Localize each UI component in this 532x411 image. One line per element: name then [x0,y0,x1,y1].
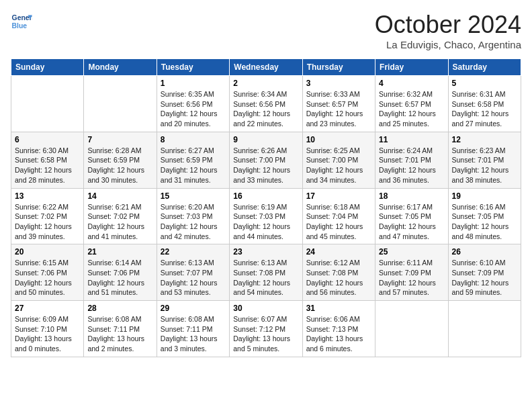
day-content: Sunrise: 6:10 AM Sunset: 7:09 PM Dayligh… [452,258,517,298]
calendar-cell: 15Sunrise: 6:20 AM Sunset: 7:03 PM Dayli… [157,188,229,244]
day-number: 17 [306,191,371,201]
day-content: Sunrise: 6:22 AM Sunset: 7:02 PM Dayligh… [15,202,80,242]
logo: General Blue [11,11,32,32]
title-block: October 2024 La Eduvigis, Chaco, Argenti… [375,11,521,50]
day-content: Sunrise: 6:12 AM Sunset: 7:08 PM Dayligh… [306,258,371,298]
day-number: 26 [452,247,517,257]
day-number: 22 [161,247,226,257]
calendar-week-row: 27Sunrise: 6:09 AM Sunset: 7:10 PM Dayli… [11,301,521,357]
day-number: 14 [87,191,152,201]
calendar-cell: 17Sunrise: 6:18 AM Sunset: 7:04 PM Dayli… [302,188,375,244]
day-content: Sunrise: 6:06 AM Sunset: 7:13 PM Dayligh… [306,314,371,354]
day-number: 8 [161,135,226,144]
calendar-cell: 18Sunrise: 6:17 AM Sunset: 7:05 PM Dayli… [375,188,448,244]
calendar-cell: 7Sunrise: 6:28 AM Sunset: 6:59 PM Daylig… [84,132,157,188]
weekday-header-cell: Tuesday [157,59,229,76]
calendar-cell [448,301,521,357]
weekday-header-cell: Saturday [448,59,521,76]
day-number: 16 [233,191,298,201]
day-content: Sunrise: 6:14 AM Sunset: 7:06 PM Dayligh… [87,258,152,298]
weekday-header-cell: Friday [375,59,448,76]
day-number: 24 [306,247,371,257]
calendar-cell: 13Sunrise: 6:22 AM Sunset: 7:02 PM Dayli… [11,188,84,244]
calendar-cell: 24Sunrise: 6:12 AM Sunset: 7:08 PM Dayli… [302,244,375,301]
day-content: Sunrise: 6:23 AM Sunset: 7:01 PM Dayligh… [452,146,517,185]
calendar-week-row: 6Sunrise: 6:30 AM Sunset: 6:58 PM Daylig… [11,132,521,188]
day-content: Sunrise: 6:13 AM Sunset: 7:08 PM Dayligh… [233,258,298,298]
calendar-cell: 11Sunrise: 6:24 AM Sunset: 7:01 PM Dayli… [375,132,448,188]
calendar-cell: 14Sunrise: 6:21 AM Sunset: 7:02 PM Dayli… [84,188,157,244]
day-content: Sunrise: 6:15 AM Sunset: 7:06 PM Dayligh… [15,258,80,298]
day-number: 28 [87,304,152,313]
weekday-header-row: SundayMondayTuesdayWednesdayThursdayFrid… [11,59,521,76]
day-number: 13 [15,191,80,201]
calendar-cell: 12Sunrise: 6:23 AM Sunset: 7:01 PM Dayli… [448,132,521,188]
calendar-cell: 10Sunrise: 6:25 AM Sunset: 7:00 PM Dayli… [302,132,375,188]
calendar-cell: 29Sunrise: 6:08 AM Sunset: 7:11 PM Dayli… [157,301,229,357]
weekday-header-cell: Wednesday [230,59,302,76]
day-content: Sunrise: 6:34 AM Sunset: 6:56 PM Dayligh… [233,89,298,129]
calendar-cell: 25Sunrise: 6:11 AM Sunset: 7:09 PM Dayli… [375,244,448,301]
day-content: Sunrise: 6:08 AM Sunset: 7:11 PM Dayligh… [161,314,226,354]
day-number: 21 [87,247,152,257]
calendar-cell: 21Sunrise: 6:14 AM Sunset: 7:06 PM Dayli… [84,244,157,301]
calendar-cell: 26Sunrise: 6:10 AM Sunset: 7:09 PM Dayli… [448,244,521,301]
day-content: Sunrise: 6:33 AM Sunset: 6:57 PM Dayligh… [306,89,371,129]
day-content: Sunrise: 6:25 AM Sunset: 7:00 PM Dayligh… [306,146,371,185]
day-content: Sunrise: 6:27 AM Sunset: 6:59 PM Dayligh… [161,146,226,185]
calendar-week-row: 13Sunrise: 6:22 AM Sunset: 7:02 PM Dayli… [11,188,521,244]
day-content: Sunrise: 6:17 AM Sunset: 7:05 PM Dayligh… [379,202,444,242]
weekday-header-cell: Monday [84,59,157,76]
day-number: 3 [306,79,371,88]
day-content: Sunrise: 6:19 AM Sunset: 7:03 PM Dayligh… [233,202,298,242]
calendar-cell: 20Sunrise: 6:15 AM Sunset: 7:06 PM Dayli… [11,244,84,301]
day-content: Sunrise: 6:11 AM Sunset: 7:09 PM Dayligh… [379,258,444,298]
calendar-week-row: 1Sunrise: 6:35 AM Sunset: 6:56 PM Daylig… [11,76,521,132]
day-number: 30 [233,304,298,313]
day-number: 15 [161,191,226,201]
calendar-week-row: 20Sunrise: 6:15 AM Sunset: 7:06 PM Dayli… [11,244,521,301]
day-number: 10 [306,135,371,144]
day-number: 2 [233,79,298,88]
weekday-header-cell: Sunday [11,59,84,76]
day-number: 23 [233,247,298,257]
page-header: General Blue October 2024 La Eduvigis, C… [11,11,521,50]
svg-text:Blue: Blue [12,22,28,30]
month-title: October 2024 [375,11,521,39]
day-content: Sunrise: 6:30 AM Sunset: 6:58 PM Dayligh… [15,146,80,185]
day-content: Sunrise: 6:20 AM Sunset: 7:03 PM Dayligh… [161,202,226,242]
calendar-cell: 9Sunrise: 6:26 AM Sunset: 7:00 PM Daylig… [230,132,302,188]
day-number: 9 [233,135,298,144]
day-number: 18 [379,191,444,201]
calendar-cell: 22Sunrise: 6:13 AM Sunset: 7:07 PM Dayli… [157,244,229,301]
day-number: 11 [379,135,444,144]
calendar-cell: 4Sunrise: 6:32 AM Sunset: 6:57 PM Daylig… [375,76,448,132]
day-number: 20 [15,247,80,257]
day-number: 4 [379,79,444,88]
day-content: Sunrise: 6:08 AM Sunset: 7:11 PM Dayligh… [87,314,152,354]
weekday-header-cell: Thursday [302,59,375,76]
calendar-cell: 27Sunrise: 6:09 AM Sunset: 7:10 PM Dayli… [11,301,84,357]
calendar-cell: 1Sunrise: 6:35 AM Sunset: 6:56 PM Daylig… [157,76,229,132]
day-content: Sunrise: 6:31 AM Sunset: 6:58 PM Dayligh… [452,89,517,129]
calendar-cell: 8Sunrise: 6:27 AM Sunset: 6:59 PM Daylig… [157,132,229,188]
calendar-table: SundayMondayTuesdayWednesdayThursdayFrid… [11,58,521,357]
calendar-cell: 2Sunrise: 6:34 AM Sunset: 6:56 PM Daylig… [230,76,302,132]
calendar-cell: 28Sunrise: 6:08 AM Sunset: 7:11 PM Dayli… [84,301,157,357]
calendar-cell: 5Sunrise: 6:31 AM Sunset: 6:58 PM Daylig… [448,76,521,132]
day-content: Sunrise: 6:32 AM Sunset: 6:57 PM Dayligh… [379,89,444,129]
day-number: 29 [161,304,226,313]
calendar-cell [11,76,84,132]
day-content: Sunrise: 6:21 AM Sunset: 7:02 PM Dayligh… [87,202,152,242]
day-content: Sunrise: 6:28 AM Sunset: 6:59 PM Dayligh… [87,146,152,185]
calendar-cell: 3Sunrise: 6:33 AM Sunset: 6:57 PM Daylig… [302,76,375,132]
day-content: Sunrise: 6:13 AM Sunset: 7:07 PM Dayligh… [161,258,226,298]
day-content: Sunrise: 6:16 AM Sunset: 7:05 PM Dayligh… [452,202,517,242]
day-number: 6 [15,135,80,144]
day-number: 31 [306,304,371,313]
day-number: 19 [452,191,517,201]
day-number: 1 [161,79,226,88]
calendar-cell [375,301,448,357]
calendar-cell: 16Sunrise: 6:19 AM Sunset: 7:03 PM Dayli… [230,188,302,244]
day-number: 5 [452,79,517,88]
